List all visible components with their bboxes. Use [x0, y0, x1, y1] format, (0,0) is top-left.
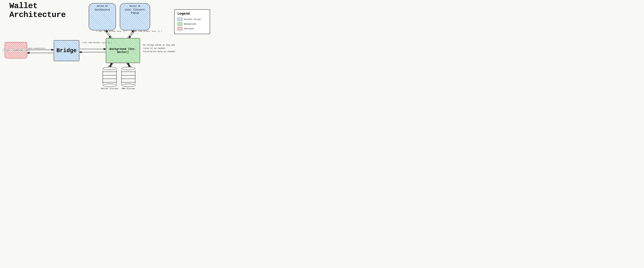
- title-line2: Architecture: [9, 10, 66, 20]
- wallet-ui-consent-top: Wallet UI: [130, 5, 140, 7]
- page-title: Wallet Architecture: [9, 2, 66, 19]
- legend-label-content-script: Content Script: [184, 18, 201, 20]
- bridge-label: Bridge: [56, 48, 77, 54]
- db-bottom-dwn: [121, 84, 135, 87]
- db-line-dwn-4: [122, 82, 135, 82]
- wallet-ui-dashboard-name: Dashboard: [93, 8, 112, 11]
- somesite-box: https://somesite.com: [5, 42, 27, 58]
- legend-swatch-blue: [178, 18, 182, 21]
- title-line1: Wallet: [9, 2, 38, 10]
- svg-line-11: [108, 63, 112, 66]
- db-bottom-wallet: [103, 84, 117, 87]
- svg-line-13: [128, 63, 132, 66]
- legend-item-background: Background: [178, 22, 207, 26]
- bg-worker-note: Do things based on msg.cmd. raise UI as …: [143, 44, 176, 53]
- wallet-storage-label: Wallet storage: [101, 88, 118, 89]
- db-body-dwn: [121, 70, 135, 84]
- wallet-ui-dashboard-top: Wallet UI: [97, 5, 108, 7]
- bridge-box: Bridge: [54, 40, 79, 61]
- legend-box: Legend Content Script Background Userlan…: [174, 9, 210, 34]
- svg-line-10: [110, 63, 114, 66]
- db-line-dwn-2: [122, 75, 135, 76]
- db-line-wallet-3: [103, 78, 116, 79]
- wallet-ui-consent-name: User Consent Popup: [120, 8, 150, 14]
- db-line-wallet-1: [103, 72, 116, 72]
- wallet-storage-cylinder: Wallet storage: [101, 67, 118, 89]
- legend-item-content-script: Content Script: [178, 18, 207, 21]
- legend-title: Legend: [178, 12, 207, 16]
- cmd-consent-label: { cmd: SOME_METHOD, data: {} }: [131, 30, 162, 32]
- cmd-dashboard-label: { cmd: SOME_METHOD, data: {} }: [96, 30, 127, 32]
- db-line-wallet-4: [103, 82, 116, 82]
- legend-item-userland: Userland: [178, 27, 207, 30]
- db-top-dwn: [121, 67, 135, 70]
- bg-worker-label: Background (Svc. Worker): [106, 48, 140, 54]
- dwn-storage-cylinder: DWN Storage: [121, 67, 135, 89]
- legend-swatch-green: [178, 22, 182, 26]
- db-line-dwn-3: [122, 78, 135, 79]
- cmd-bridge-to-bg-label: { cmd: SOME_METHOD, data: {} }: [81, 42, 112, 44]
- legend-label-userland: Userland: [184, 28, 194, 30]
- web5-method-label: web5.someMethod(): [28, 48, 46, 49]
- wallet-ui-dashboard-box: Wallet UI Dashboard: [89, 3, 116, 30]
- db-line-wallet-2: [103, 75, 116, 76]
- svg-line-12: [126, 63, 130, 66]
- legend-swatch-red: [178, 27, 182, 30]
- db-body-wallet: [103, 70, 117, 84]
- canvas: Wallet Architecture Legend Content Scrip…: [0, 0, 215, 89]
- dwn-storage-label: DWN Storage: [122, 88, 135, 89]
- wallet-ui-consent-box: Wallet UI User Consent Popup: [120, 3, 150, 30]
- db-line-dwn-1: [122, 72, 135, 72]
- legend-label-background: Background: [184, 23, 196, 25]
- db-top-wallet: [103, 67, 117, 70]
- somesite-label: https://somesite.com: [3, 48, 29, 52]
